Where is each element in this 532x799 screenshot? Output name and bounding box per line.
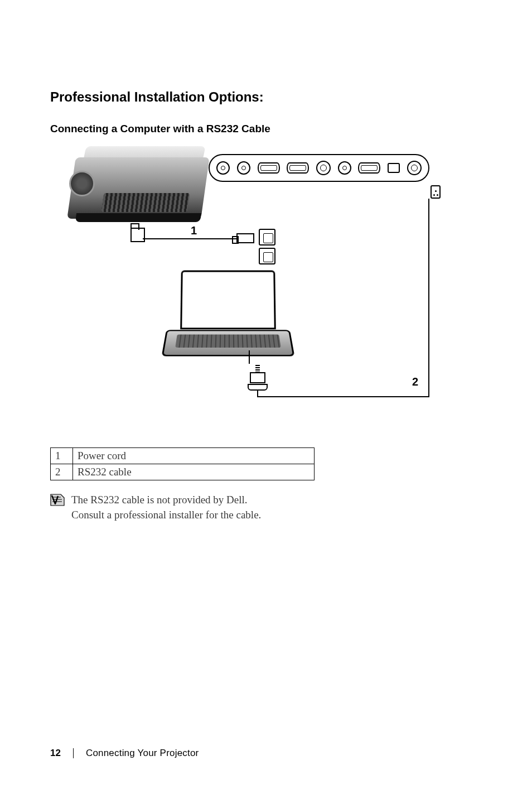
footer-separator bbox=[73, 748, 74, 758]
wall-outlet-icon bbox=[259, 248, 275, 264]
note-block: The RS232 cable is not provided by Dell.… bbox=[50, 493, 482, 522]
note-icon bbox=[50, 494, 65, 506]
laptop-illustration bbox=[164, 270, 292, 365]
port-svideo-icon bbox=[338, 161, 351, 175]
legend-name: RS232 cable bbox=[73, 464, 315, 480]
footer-section-title: Connecting Your Projector bbox=[86, 748, 199, 759]
port-video-icon bbox=[407, 161, 422, 175]
port-vga-icon bbox=[287, 162, 309, 174]
legend-number: 2 bbox=[51, 464, 73, 480]
callout-label-1: 1 bbox=[191, 224, 197, 237]
table-row: 1 Power cord bbox=[51, 448, 315, 464]
port-usb-icon bbox=[388, 163, 400, 173]
page-footer: 12 Connecting Your Projector bbox=[50, 748, 199, 759]
note-line-1: The RS232 cable is not provided by Dell. bbox=[71, 494, 248, 506]
rs232-cable-segment bbox=[249, 350, 250, 364]
laptop-keyboard bbox=[175, 334, 281, 348]
subsection-heading: Connecting a Computer with a RS232 Cable bbox=[50, 123, 482, 135]
laptop-screen bbox=[180, 271, 276, 330]
section-heading: Professional Installation Options: bbox=[50, 89, 482, 105]
table-row: 2 RS232 cable bbox=[51, 464, 315, 480]
port-vga-icon bbox=[258, 162, 280, 174]
power-cord-line bbox=[143, 238, 238, 239]
port-rs232-icon bbox=[358, 162, 380, 174]
port-bnc-icon bbox=[316, 161, 331, 175]
legend-number: 1 bbox=[51, 448, 73, 464]
connection-diagram: 1 2 bbox=[71, 141, 482, 403]
callout-label-2: 2 bbox=[412, 376, 418, 388]
rs232-cable-segment bbox=[258, 396, 428, 397]
note-line-2: Consult a professional installer for the… bbox=[71, 509, 261, 521]
projector-base bbox=[75, 213, 201, 222]
rs232-connector-icon bbox=[248, 364, 268, 391]
legend-name: Power cord bbox=[73, 448, 315, 464]
page-number: 12 bbox=[50, 748, 61, 759]
power-inlet-icon bbox=[431, 185, 441, 199]
projector-port-panel bbox=[209, 154, 429, 182]
projector-terminal bbox=[130, 228, 145, 242]
projector-vent bbox=[101, 193, 190, 212]
port-audio-icon bbox=[216, 161, 230, 175]
projector-lens bbox=[69, 171, 95, 196]
power-plug-icon bbox=[236, 233, 254, 243]
port-audio-icon bbox=[237, 161, 250, 175]
wall-outlet-icon bbox=[259, 229, 275, 246]
parts-legend-table: 1 Power cord 2 RS232 cable bbox=[50, 447, 315, 480]
rs232-cable-segment bbox=[428, 199, 429, 397]
